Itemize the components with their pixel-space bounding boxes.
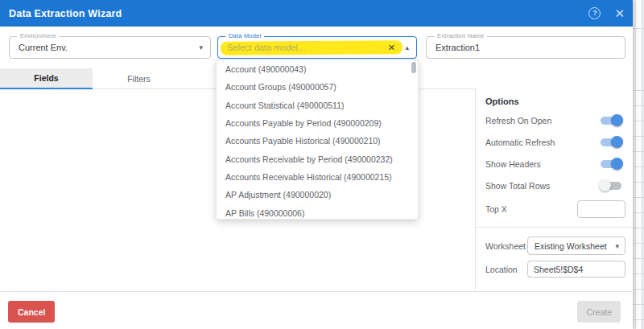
dropdown-item[interactable]: AP Adjustment (490000020) (217, 186, 418, 204)
options-title: Options (485, 97, 633, 106)
option-automatic-refresh: Automatic Refresh (476, 131, 633, 153)
help-icon[interactable]: ? (588, 7, 601, 19)
show-headers-toggle[interactable] (601, 160, 621, 168)
dropdown-item[interactable]: Account Statistical (490000511) (217, 97, 418, 114)
dropdown-item[interactable]: Accounts Receivable Historical (49000021… (217, 168, 418, 186)
data-model-placeholder: Select data model... (227, 37, 305, 58)
option-top-x: Top X (476, 196, 633, 222)
spreadsheet-row-gridlines (632, 90, 644, 329)
dialog-title: Data Extraction Wizard (9, 8, 122, 19)
chevron-down-icon: ▾ (615, 242, 619, 250)
show-total-rows-toggle[interactable] (601, 182, 621, 190)
option-show-total-rows: Show Total Rows (476, 175, 633, 196)
worksheet-select[interactable]: Existing Worksheet ▾ (527, 236, 625, 255)
dropdown-item[interactable]: AP Bills (490000006) (217, 204, 418, 220)
chevron-down-icon[interactable]: ▾ (199, 43, 203, 51)
environment-value: Current Env. (19, 37, 68, 58)
extraction-name-field: Extraction Name Extraction1 (426, 36, 625, 59)
dropdown-item[interactable]: Accounts Payable by Period (490000209) (217, 114, 418, 132)
clear-icon[interactable]: ✕ (388, 43, 395, 53)
location-row: Location (476, 257, 633, 281)
dropdown-item[interactable]: Accounts Payable Historical (490000210) (217, 132, 418, 150)
option-label: Show Headers (485, 159, 541, 169)
dialog-header: Data Extraction Wizard ? ✕ (0, 0, 633, 27)
worksheet-row: Worksheet Existing Worksheet ▾ (476, 234, 633, 257)
worksheet-label: Worksheet (485, 241, 526, 251)
data-model-dropdown: Account (490000043) Account Groups (4900… (216, 60, 419, 220)
location-input[interactable] (527, 261, 625, 278)
option-label: Refresh On Open (485, 116, 551, 125)
dropdown-scrollbar[interactable] (411, 62, 416, 73)
data-model-select[interactable]: Data Model Select data model... ✕ ▴ (217, 36, 417, 59)
option-refresh-on-open: Refresh On Open (476, 109, 633, 131)
spreadsheet-gridline (632, 28, 644, 29)
option-label: Show Total Rows (485, 181, 550, 191)
location-label: Location (485, 265, 518, 274)
worksheet-value: Existing Worksheet (535, 241, 607, 251)
dropdown-item[interactable]: Account Groups (490000057) (217, 78, 418, 96)
spreadsheet-background (631, 0, 644, 329)
chevron-up-icon[interactable]: ▴ (405, 43, 409, 51)
create-button[interactable]: Create (577, 301, 621, 323)
footer-divider (0, 291, 633, 292)
data-extraction-wizard-dialog: Data Extraction Wizard ? ✕ Environment C… (0, 0, 633, 329)
header-actions: ? ✕ (588, 0, 625, 27)
tab-fields[interactable]: Fields (0, 68, 93, 89)
top-x-input[interactable] (577, 200, 625, 218)
top-x-label: Top X (485, 204, 507, 214)
dropdown-item[interactable]: Accounts Receivable by Period (490000232… (217, 150, 418, 167)
option-label: Automatic Refresh (485, 138, 555, 147)
dropdown-item[interactable]: Account (490000043) (217, 60, 418, 78)
automatic-refresh-toggle[interactable] (601, 138, 621, 146)
refresh-on-open-toggle[interactable] (601, 117, 621, 125)
close-icon[interactable]: ✕ (614, 7, 625, 19)
extraction-name-value[interactable]: Extraction1 (436, 37, 480, 58)
cancel-button[interactable]: Cancel (8, 301, 55, 323)
environment-select[interactable]: Environment Current Env. ▾ (9, 36, 211, 59)
options-panel: Options Refresh On Open Automatic Refres… (476, 88, 633, 291)
option-show-headers: Show Headers (476, 153, 633, 175)
tab-filters[interactable]: Filters (93, 68, 185, 88)
options-separator (476, 227, 633, 228)
